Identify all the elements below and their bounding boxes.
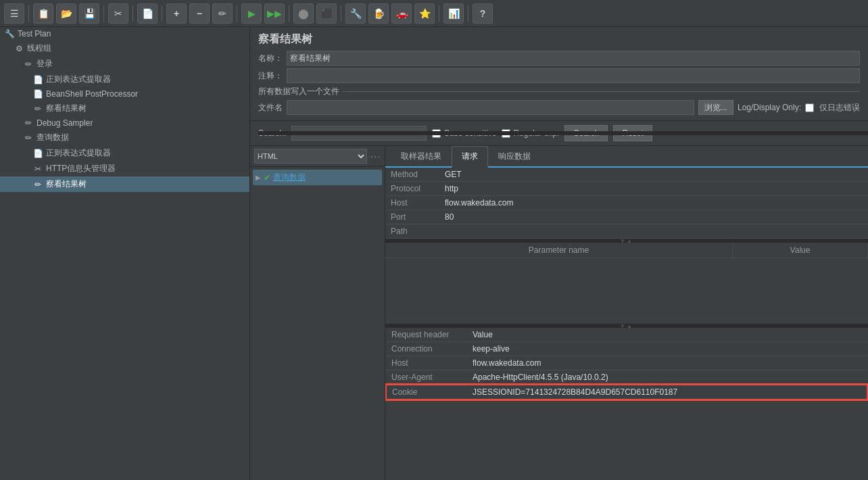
sidebar-item-login[interactable]: ✏ 登录 xyxy=(0,56,249,72)
fields-table: Method GET Protocol http Host flow.waked… xyxy=(385,168,868,239)
sidebar-item-test-plan[interactable]: 🔧 Test Plan xyxy=(0,27,249,41)
top-scroll-indicator xyxy=(258,131,868,135)
req-headers-table: Request header Value Connection keep-ali… xyxy=(385,328,868,400)
remote-button[interactable]: 🚗 xyxy=(391,3,412,24)
toolbar-separator-3 xyxy=(132,5,133,22)
regex-icon: 📄 xyxy=(32,75,43,85)
stop-button[interactable]: ⬤ xyxy=(293,3,314,24)
req-value-col: Value xyxy=(467,328,867,342)
log-display-label: Log/Display Only: xyxy=(738,103,801,112)
regex2-icon: 📄 xyxy=(32,149,43,158)
sidebar-item-debug-sampler[interactable]: ✏ Debug Sampler xyxy=(0,116,249,130)
http-header-icon: ✂ xyxy=(32,164,43,174)
run-button[interactable]: ▶ xyxy=(241,3,262,24)
results-area: HTML JSON XML Text Regexp Tester ⋯ ▶ ✔ 查… xyxy=(250,146,868,480)
tab-sampler-result[interactable]: 取样器结果 xyxy=(391,146,452,166)
req-header-row-host: Host flow.wakedata.com xyxy=(386,356,867,370)
sidebar-item-query-data[interactable]: ✏ 查询数据 xyxy=(0,130,249,145)
query-icon: ✏ xyxy=(23,133,34,143)
toolbar-separator-6 xyxy=(289,5,289,22)
search-bar: Search: Case sensitive Regular exp. Sear… xyxy=(250,121,868,146)
edit-button[interactable]: ✏ xyxy=(212,3,233,24)
open-button[interactable]: 📂 xyxy=(56,3,76,24)
tool-button[interactable]: 🍺 xyxy=(368,3,389,24)
sidebar-item-label: 正则表达式提取器 xyxy=(46,147,111,159)
toolbar-separator-9 xyxy=(468,5,468,22)
sidebar-item-label: 察看结果树 xyxy=(46,178,87,190)
field-key: Path xyxy=(385,224,439,239)
add-button[interactable]: + xyxy=(166,3,187,24)
name-row: 名称： xyxy=(258,51,860,66)
sidebar-item-http-header[interactable]: ✂ HTTP信息头管理器 xyxy=(0,161,249,176)
sidebar-item-label: 正则表达式提取器 xyxy=(46,74,111,85)
req-header-col: Request header xyxy=(386,328,467,342)
sidebar-item-label: Debug Sampler xyxy=(37,118,93,128)
result-tree2-icon: ✏ xyxy=(32,180,43,189)
req-header-row-cookie: Cookie JSESSIONID=7141324728B84D4A9D657C… xyxy=(386,385,867,400)
sidebar-item-regex-extractor2[interactable]: 📄 正则表达式提取器 xyxy=(0,145,249,161)
sidebar-item-label: 登录 xyxy=(37,58,53,70)
result-tree-icon: ✏ xyxy=(32,104,43,114)
tab-request[interactable]: 请求 xyxy=(452,146,488,168)
all-data-section: 所有数据写入一个文件 xyxy=(258,86,860,97)
debug-icon: ✏ xyxy=(23,118,34,128)
file-input[interactable] xyxy=(287,100,694,115)
panel-title: 察看结果树 xyxy=(258,32,860,47)
tree-content: ▶ ✔ 查询数据 xyxy=(250,167,385,480)
param-value-header: Value xyxy=(733,243,868,258)
section-line xyxy=(342,91,860,92)
comment-input[interactable] xyxy=(287,68,860,83)
tab-response[interactable]: 响应数据 xyxy=(488,146,541,166)
comment-row: 注释： xyxy=(258,68,860,83)
sidebar-item-label: BeanShell PostProcessor xyxy=(46,89,138,99)
log-errors-checkbox[interactable] xyxy=(805,103,814,112)
new-button[interactable]: 📋 xyxy=(33,3,53,24)
name-input[interactable] xyxy=(287,51,860,66)
sidebar-item-thread-group[interactable]: ⚙ 线程组 xyxy=(0,41,249,56)
remove-button[interactable]: − xyxy=(189,3,210,24)
sidebar-item-label: 线程组 xyxy=(27,43,51,54)
sidebar-item-result-tree2[interactable]: ✏ 察看结果树 xyxy=(0,176,249,192)
req-header-key: Connection xyxy=(386,342,467,356)
field-key: Method xyxy=(385,168,439,182)
copy-button[interactable]: 📄 xyxy=(137,3,158,24)
cut-button[interactable]: ✂ xyxy=(108,3,128,24)
sidebar-item-beanshell[interactable]: 📄 BeanShell PostProcessor xyxy=(0,87,249,101)
detail-panel: 取样器结果 请求 响应数据 Method GET Protocol xyxy=(385,146,868,480)
field-value: http xyxy=(439,182,868,196)
req-header-key: User-Agent xyxy=(386,370,467,385)
field-key: Protocol xyxy=(385,182,439,196)
toolbar-separator-2 xyxy=(103,5,104,22)
req-header-val: keep-alive xyxy=(467,342,867,356)
sidebar-item-regex-extractor1[interactable]: 📄 正则表达式提取器 xyxy=(0,72,249,87)
star-button[interactable]: ⭐ xyxy=(414,3,435,24)
sidebar-item-label: 察看结果树 xyxy=(46,103,87,114)
field-row-method: Method GET xyxy=(385,168,868,182)
save-button[interactable]: 💾 xyxy=(79,3,99,24)
format-select[interactable]: HTML JSON XML Text Regexp Tester xyxy=(254,149,367,164)
toolbar-separator-4 xyxy=(162,5,162,22)
toolbar-separator-5 xyxy=(237,5,237,22)
stop-all-button[interactable]: ⬛ xyxy=(316,3,337,24)
tree-header: HTML JSON XML Text Regexp Tester ⋯ xyxy=(250,146,385,167)
browse-button[interactable]: 浏览... xyxy=(698,100,733,115)
field-key: Port xyxy=(385,210,439,224)
help-button[interactable]: ? xyxy=(473,3,493,24)
tabs: 取样器结果 请求 响应数据 xyxy=(385,146,868,168)
toolbar-separator-1 xyxy=(28,5,29,22)
toolbar: ☰ 📋 📂 💾 ✂ 📄 + − ✏ ▶ ▶▶ ⬤ ⬛ 🔧 🍺 🚗 ⭐ 📊 ? xyxy=(0,0,868,27)
field-value: GET xyxy=(439,168,868,182)
field-value xyxy=(439,224,868,239)
sidebar-item-result-tree1[interactable]: ✏ 察看结果树 xyxy=(0,101,249,116)
tree-expand-icon[interactable]: ⋯ xyxy=(370,150,381,163)
sidebar-item-label: HTTP信息头管理器 xyxy=(46,163,116,174)
request-detail: Method GET Protocol http Host flow.waked… xyxy=(385,168,868,480)
tree-node-query-data[interactable]: ▶ ✔ 查询数据 xyxy=(253,170,382,185)
menu-button[interactable]: ☰ xyxy=(4,3,24,24)
field-key: Host xyxy=(385,196,439,210)
clear-button[interactable]: 🔧 xyxy=(345,3,366,24)
content-area: 察看结果树 名称： 注释： 所有数据写入一个文件 文件名 浏览... Log/D… xyxy=(250,27,868,480)
run-all-button[interactable]: ▶▶ xyxy=(264,3,285,24)
login-icon: ✏ xyxy=(23,59,34,69)
report-button[interactable]: 📊 xyxy=(443,3,464,24)
